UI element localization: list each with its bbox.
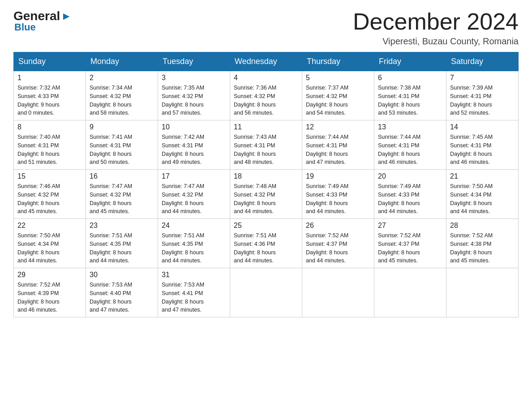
calendar-day-cell: 18 Sunrise: 7:48 AMSunset: 4:32 PMDaylig…: [230, 170, 302, 219]
calendar-day-cell: 7 Sunrise: 7:39 AMSunset: 4:31 PMDayligh…: [446, 71, 519, 120]
calendar-day-cell: 21 Sunrise: 7:50 AMSunset: 4:34 PMDaylig…: [446, 170, 519, 219]
day-number: 24: [162, 222, 226, 230]
month-year-title: December 2024: [353, 9, 519, 34]
title-block: December 2024 Viperesti, Buzau County, R…: [353, 9, 519, 47]
calendar-week-row: 8 Sunrise: 7:40 AMSunset: 4:31 PMDayligh…: [14, 120, 519, 170]
calendar-day-cell: 14 Sunrise: 7:45 AMSunset: 4:31 PMDaylig…: [446, 120, 519, 170]
day-info: Sunrise: 7:51 AMSunset: 4:35 PMDaylight:…: [162, 231, 226, 265]
day-info: Sunrise: 7:53 AMSunset: 4:40 PMDaylight:…: [90, 281, 154, 314]
calendar-day-cell: [446, 268, 519, 317]
day-number: 8: [17, 123, 82, 131]
calendar-day-cell: 15 Sunrise: 7:46 AMSunset: 4:32 PMDaylig…: [14, 170, 86, 219]
calendar-day-cell: 10 Sunrise: 7:42 AMSunset: 4:31 PMDaylig…: [158, 120, 230, 170]
day-info: Sunrise: 7:41 AMSunset: 4:31 PMDaylight:…: [90, 133, 154, 167]
day-info: Sunrise: 7:44 AMSunset: 4:31 PMDaylight:…: [378, 133, 442, 167]
calendar-day-cell: 5 Sunrise: 7:37 AMSunset: 4:32 PMDayligh…: [302, 71, 374, 120]
calendar-week-row: 22 Sunrise: 7:50 AMSunset: 4:34 PMDaylig…: [14, 219, 519, 268]
logo-blue: Blue: [14, 21, 36, 33]
day-info: Sunrise: 7:46 AMSunset: 4:32 PMDaylight:…: [17, 182, 82, 216]
day-number: 16: [90, 172, 154, 180]
day-number: 4: [234, 74, 298, 82]
weekday-header-saturday: Saturday: [446, 52, 519, 71]
day-info: Sunrise: 7:49 AMSunset: 4:33 PMDaylight:…: [306, 182, 370, 216]
day-number: 13: [378, 123, 442, 131]
calendar-week-row: 1 Sunrise: 7:32 AMSunset: 4:33 PMDayligh…: [14, 71, 519, 120]
day-number: 23: [90, 222, 154, 230]
calendar-day-cell: 12 Sunrise: 7:44 AMSunset: 4:31 PMDaylig…: [302, 120, 374, 170]
day-info: Sunrise: 7:36 AMSunset: 4:32 PMDaylight:…: [234, 84, 298, 117]
day-number: 5: [306, 74, 370, 82]
day-number: 22: [17, 222, 82, 230]
calendar-day-cell: 1 Sunrise: 7:32 AMSunset: 4:33 PMDayligh…: [14, 71, 86, 120]
calendar-day-cell: 9 Sunrise: 7:41 AMSunset: 4:31 PMDayligh…: [86, 120, 158, 170]
day-number: 18: [234, 172, 298, 180]
day-number: 28: [450, 222, 515, 230]
calendar-table: SundayMondayTuesdayWednesdayThursdayFrid…: [13, 52, 519, 317]
weekday-header-sunday: Sunday: [14, 52, 86, 71]
day-number: 1: [17, 74, 82, 82]
day-info: Sunrise: 7:53 AMSunset: 4:41 PMDaylight:…: [162, 281, 226, 314]
calendar-day-cell: 8 Sunrise: 7:40 AMSunset: 4:31 PMDayligh…: [14, 120, 86, 170]
calendar-week-row: 15 Sunrise: 7:46 AMSunset: 4:32 PMDaylig…: [14, 170, 519, 219]
calendar-day-cell: 23 Sunrise: 7:51 AMSunset: 4:35 PMDaylig…: [86, 219, 158, 268]
day-number: 3: [162, 74, 226, 82]
calendar-day-cell: 28 Sunrise: 7:52 AMSunset: 4:38 PMDaylig…: [446, 219, 519, 268]
calendar-day-cell: 29 Sunrise: 7:52 AMSunset: 4:39 PMDaylig…: [14, 268, 86, 317]
day-info: Sunrise: 7:38 AMSunset: 4:31 PMDaylight:…: [378, 84, 442, 117]
calendar-day-cell: 4 Sunrise: 7:36 AMSunset: 4:32 PMDayligh…: [230, 71, 302, 120]
calendar-day-cell: 25 Sunrise: 7:51 AMSunset: 4:36 PMDaylig…: [230, 219, 302, 268]
logo-arrow-icon: ►: [61, 10, 72, 22]
calendar-day-cell: 31 Sunrise: 7:53 AMSunset: 4:41 PMDaylig…: [158, 268, 230, 317]
day-number: 17: [162, 172, 226, 180]
day-number: 9: [90, 123, 154, 131]
day-info: Sunrise: 7:45 AMSunset: 4:31 PMDaylight:…: [450, 133, 515, 167]
day-number: 27: [378, 222, 442, 230]
day-number: 15: [17, 172, 82, 180]
day-number: 14: [450, 123, 515, 131]
calendar-day-cell: [374, 268, 446, 317]
calendar-day-cell: 22 Sunrise: 7:50 AMSunset: 4:34 PMDaylig…: [14, 219, 86, 268]
calendar-day-cell: 3 Sunrise: 7:35 AMSunset: 4:32 PMDayligh…: [158, 71, 230, 120]
day-info: Sunrise: 7:47 AMSunset: 4:32 PMDaylight:…: [90, 182, 154, 216]
calendar-day-cell: 19 Sunrise: 7:49 AMSunset: 4:33 PMDaylig…: [302, 170, 374, 219]
day-number: 20: [378, 172, 442, 180]
day-info: Sunrise: 7:44 AMSunset: 4:31 PMDaylight:…: [306, 133, 370, 167]
day-info: Sunrise: 7:52 AMSunset: 4:38 PMDaylight:…: [450, 231, 515, 265]
day-number: 21: [450, 172, 515, 180]
day-info: Sunrise: 7:37 AMSunset: 4:32 PMDaylight:…: [306, 84, 370, 117]
day-info: Sunrise: 7:47 AMSunset: 4:32 PMDaylight:…: [162, 182, 226, 216]
weekday-header-thursday: Thursday: [302, 52, 374, 71]
day-number: 12: [306, 123, 370, 131]
day-info: Sunrise: 7:34 AMSunset: 4:32 PMDaylight:…: [90, 84, 154, 117]
day-info: Sunrise: 7:52 AMSunset: 4:37 PMDaylight:…: [306, 231, 370, 265]
calendar-day-cell: 26 Sunrise: 7:52 AMSunset: 4:37 PMDaylig…: [302, 219, 374, 268]
day-info: Sunrise: 7:51 AMSunset: 4:36 PMDaylight:…: [234, 231, 298, 265]
calendar-day-cell: [230, 268, 302, 317]
day-number: 6: [378, 74, 442, 82]
day-info: Sunrise: 7:42 AMSunset: 4:31 PMDaylight:…: [162, 133, 226, 167]
calendar-day-cell: 2 Sunrise: 7:34 AMSunset: 4:32 PMDayligh…: [86, 71, 158, 120]
day-info: Sunrise: 7:50 AMSunset: 4:34 PMDaylight:…: [450, 182, 515, 216]
calendar-day-cell: 16 Sunrise: 7:47 AMSunset: 4:32 PMDaylig…: [86, 170, 158, 219]
day-info: Sunrise: 7:32 AMSunset: 4:33 PMDaylight:…: [17, 84, 82, 117]
day-info: Sunrise: 7:50 AMSunset: 4:34 PMDaylight:…: [17, 231, 82, 265]
day-number: 26: [306, 222, 370, 230]
day-number: 31: [162, 271, 226, 279]
calendar-day-cell: 13 Sunrise: 7:44 AMSunset: 4:31 PMDaylig…: [374, 120, 446, 170]
day-number: 2: [90, 74, 154, 82]
location-subtitle: Viperesti, Buzau County, Romania: [353, 36, 519, 47]
day-info: Sunrise: 7:39 AMSunset: 4:31 PMDaylight:…: [450, 84, 515, 117]
calendar-day-cell: 24 Sunrise: 7:51 AMSunset: 4:35 PMDaylig…: [158, 219, 230, 268]
weekday-header-row: SundayMondayTuesdayWednesdayThursdayFrid…: [14, 52, 519, 71]
calendar-day-cell: 20 Sunrise: 7:49 AMSunset: 4:33 PMDaylig…: [374, 170, 446, 219]
weekday-header-friday: Friday: [374, 52, 446, 71]
day-number: 11: [234, 123, 298, 131]
day-number: 10: [162, 123, 226, 131]
weekday-header-monday: Monday: [86, 52, 158, 71]
calendar-week-row: 29 Sunrise: 7:52 AMSunset: 4:39 PMDaylig…: [14, 268, 519, 317]
logo: General ► Blue: [13, 9, 72, 33]
day-info: Sunrise: 7:43 AMSunset: 4:31 PMDaylight:…: [234, 133, 298, 167]
day-info: Sunrise: 7:40 AMSunset: 4:31 PMDaylight:…: [17, 133, 82, 167]
weekday-header-wednesday: Wednesday: [230, 52, 302, 71]
day-info: Sunrise: 7:35 AMSunset: 4:32 PMDaylight:…: [162, 84, 226, 117]
